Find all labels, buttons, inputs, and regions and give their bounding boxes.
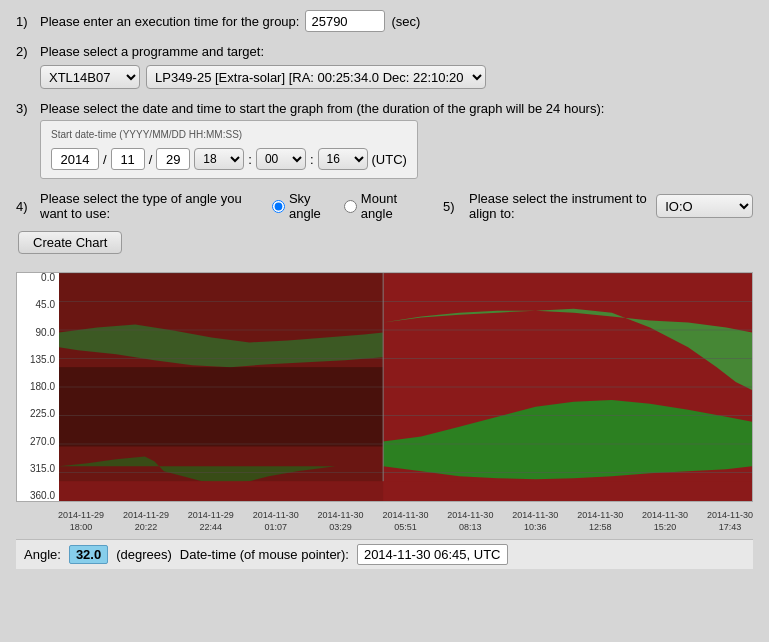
mount-angle-label: Mount angle (361, 191, 413, 221)
chart-svg (59, 273, 752, 501)
step5-section: 5) Please select the instrument to align… (443, 191, 753, 221)
x-label-2: 2014-11-29 22:44 (188, 510, 234, 533)
angle-unit: (degrees) (116, 547, 172, 562)
x-label-3: 2014-11-30 01:07 (253, 510, 299, 533)
y-label-5: 225.0 (21, 409, 55, 419)
instrument-select[interactable]: IO:O (656, 194, 753, 218)
step5-num: 5) (443, 199, 461, 214)
x-label-5: 2014-11-30 05:51 (382, 510, 428, 533)
x-label-9: 2014-11-30 15:20 (642, 510, 688, 533)
chart-inner (59, 273, 752, 501)
svg-marker-19 (59, 273, 383, 501)
x-label-8: 2014-11-30 12:58 (577, 510, 623, 533)
year-input[interactable] (51, 148, 99, 170)
angle-value: 32.0 (69, 545, 108, 564)
step4-section: 4) Please select the type of angle you w… (16, 191, 413, 221)
step2-num: 2) (16, 44, 34, 59)
timezone-label: (UTC) (372, 152, 407, 167)
x-label-0: 2014-11-29 18:00 (58, 510, 104, 533)
execution-time-input[interactable] (305, 10, 385, 32)
footer: Angle: 32.0 (degrees) Date-time (of mous… (16, 539, 753, 569)
y-label-4: 180.0 (21, 382, 55, 392)
chart-container: 0.0 45.0 90.0 135.0 180.0 225.0 270.0 31… (16, 272, 753, 502)
second-select[interactable]: 16 (318, 148, 368, 170)
step3-section: 3) Please select the date and time to st… (16, 101, 753, 179)
minute-select[interactable]: 00 (256, 148, 306, 170)
y-label-2: 90.0 (21, 328, 55, 338)
step3-num: 3) (16, 101, 34, 116)
mount-angle-radio[interactable] (344, 200, 357, 213)
sep3: : (248, 152, 252, 167)
programme-select[interactable]: XTL14B07 (40, 65, 140, 89)
chart-area: 0.0 45.0 90.0 135.0 180.0 225.0 270.0 31… (16, 272, 753, 533)
mount-angle-option[interactable]: Mount angle (344, 191, 413, 221)
date-time-box: Start date-time (YYYY/MM/DD HH:MM:SS) / … (40, 120, 418, 179)
y-label-7: 315.0 (21, 464, 55, 474)
datetime-label: Date-time (of mouse pointer): (180, 547, 349, 562)
y-label-6: 270.0 (21, 437, 55, 447)
step3-label-row: 3) Please select the date and time to st… (16, 101, 753, 116)
month-input[interactable] (111, 148, 145, 170)
step2-selects: XTL14B07 LP349-25 [Extra-solar] [RA: 00:… (40, 65, 753, 89)
angle-radio-group: Sky angle Mount angle (272, 191, 413, 221)
hour-select[interactable]: 18 (194, 148, 244, 170)
y-label-8: 360.0 (21, 491, 55, 501)
x-label-1: 2014-11-29 20:22 (123, 510, 169, 533)
date-hint: Start date-time (YYYY/MM/DD HH:MM:SS) (51, 129, 407, 140)
x-label-10: 2014-11-30 17:43 (707, 510, 753, 533)
step2-label: Please select a programme and target: (40, 44, 264, 59)
day-input[interactable] (156, 148, 190, 170)
x-label-7: 2014-11-30 10:36 (512, 510, 558, 533)
x-label-4: 2014-11-30 03:29 (318, 510, 364, 533)
y-label-1: 45.0 (21, 300, 55, 310)
sky-angle-label: Sky angle (289, 191, 330, 221)
target-select[interactable]: LP349-25 [Extra-solar] [RA: 00:25:34.0 D… (146, 65, 486, 89)
step4-5-section: 4) Please select the type of angle you w… (16, 191, 753, 221)
angle-label: Angle: (24, 547, 61, 562)
step1-label: Please enter an execution time for the g… (40, 14, 299, 29)
step4-num: 4) (16, 199, 34, 214)
y-label-0: 0.0 (21, 273, 55, 283)
step2-row: 2) Please select a programme and target: (16, 44, 753, 59)
step1-num: 1) (16, 14, 34, 29)
x-axis: 2014-11-29 18:00 2014-11-29 20:22 2014-1… (58, 510, 753, 533)
step4-label: Please select the type of angle you want… (40, 191, 260, 221)
step5-label: Please select the instrument to align to… (469, 191, 648, 221)
sep1: / (103, 152, 107, 167)
x-label-6: 2014-11-30 08:13 (447, 510, 493, 533)
sep4: : (310, 152, 314, 167)
step1-row: 1) Please enter an execution time for th… (16, 10, 753, 32)
sky-angle-option[interactable]: Sky angle (272, 191, 330, 221)
datetime-value: 2014-11-30 06:45, UTC (357, 544, 508, 565)
create-chart-button[interactable]: Create Chart (18, 231, 122, 254)
sky-angle-radio[interactable] (272, 200, 285, 213)
sep2: / (149, 152, 153, 167)
step1-unit: (sec) (391, 14, 420, 29)
step3-label: Please select the date and time to start… (40, 101, 604, 116)
y-label-3: 135.0 (21, 355, 55, 365)
y-axis: 0.0 45.0 90.0 135.0 180.0 225.0 270.0 31… (17, 273, 59, 501)
